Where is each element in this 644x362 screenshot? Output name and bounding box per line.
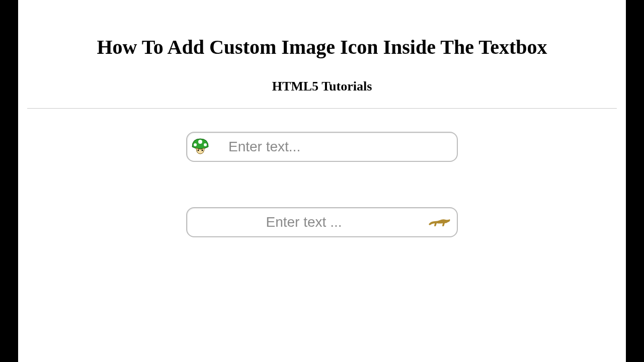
page: How To Add Custom Image Icon Inside The … — [18, 0, 626, 362]
svg-point-2 — [204, 143, 207, 146]
svg-point-1 — [194, 143, 197, 146]
svg-point-3 — [198, 150, 199, 151]
svg-point-0 — [198, 140, 202, 144]
text-input-right-icon[interactable] — [187, 208, 421, 236]
letterbox-right — [626, 0, 644, 362]
textbox-with-right-icon — [186, 207, 458, 237]
page-subtitle: HTML5 Tutorials — [18, 68, 626, 108]
leopard-icon — [421, 208, 457, 236]
form-area — [18, 109, 626, 237]
textbox-with-left-icon — [186, 132, 458, 162]
letterbox-left — [0, 0, 18, 362]
page-title: How To Add Custom Image Icon Inside The … — [18, 0, 626, 68]
text-input-left-icon[interactable] — [217, 133, 457, 161]
mushroom-icon — [187, 133, 217, 161]
svg-point-4 — [202, 150, 203, 151]
